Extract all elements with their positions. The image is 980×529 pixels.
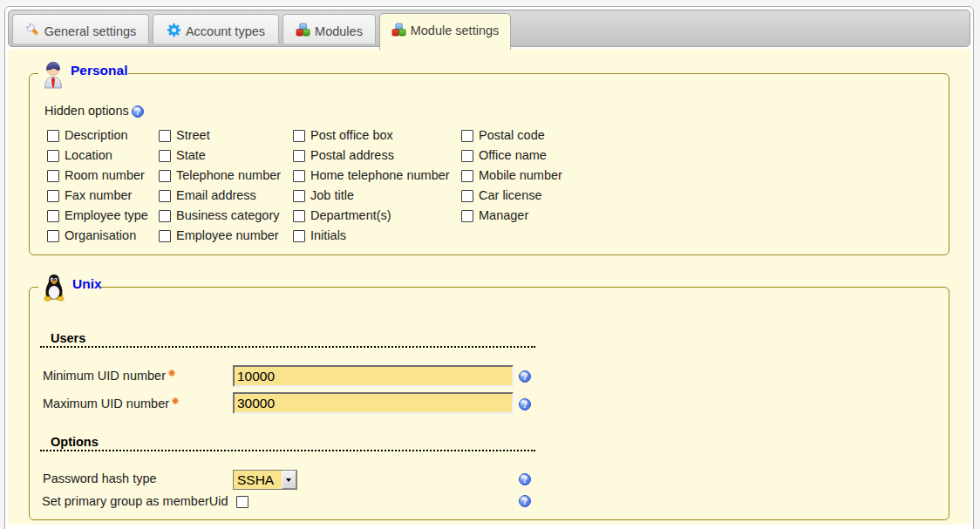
svg-text:?: ? [522,496,527,506]
svg-text:?: ? [522,398,527,409]
svg-text:?: ? [522,474,527,485]
svg-text:?: ? [522,371,527,382]
svg-text:?: ? [135,106,140,117]
